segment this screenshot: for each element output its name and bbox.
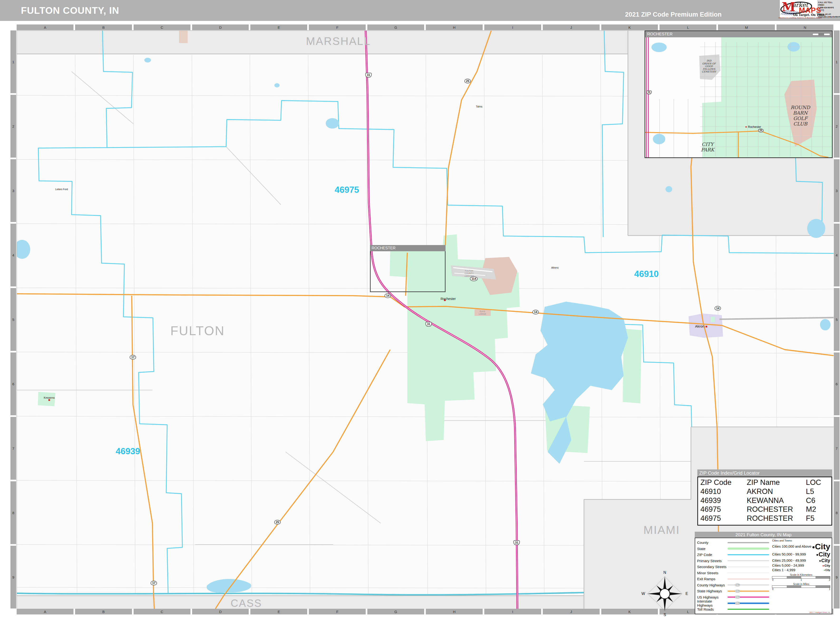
legend-cities-column: Cities and Towns Cities 100,000 and Abov… — [772, 538, 832, 614]
zip-table-cell: C6 — [806, 496, 829, 505]
city-sample: City — [819, 558, 830, 563]
city-sample: City — [823, 564, 830, 567]
legend-city-class: Cities 25,000 - 49,999City — [772, 558, 830, 563]
legend-title: 2021 Fulton County, IN Map — [695, 532, 832, 538]
legend-item-interstate: Interstate Highways123 — [697, 600, 772, 606]
grid-cell-label: B — [75, 24, 132, 30]
legend-item-zip: ZIP Code — [697, 552, 772, 558]
legend-line-sample-icon — [727, 606, 769, 612]
legend-city-class: Cities 1 - 4,999City — [772, 568, 830, 572]
compass-star-icon — [646, 575, 683, 612]
grid-cell-label: M — [718, 24, 775, 30]
city-sample: City — [812, 542, 830, 551]
legend-line-sample-icon — [727, 564, 769, 570]
zip-table-cell: ROCHESTER — [747, 505, 806, 514]
grid-cell-label: 3 — [834, 159, 840, 222]
legend-line-sample-icon: 123 — [727, 594, 769, 600]
scale-tick: 0 — [772, 579, 773, 581]
legend-item-label: ZIP Code — [697, 553, 727, 557]
marketmaps-logo: M arket MAPS On Target. On Time. America… — [780, 0, 840, 18]
zip-table-header-cell: ZIP Code — [700, 478, 747, 487]
logo-art: M arket MAPS On Target. On Time. America… — [780, 0, 817, 18]
legend-city-class: Cities 5,000 - 24,999City — [772, 563, 830, 567]
zip-table-cell: 46975 — [700, 505, 747, 514]
grid-cell-label: 8 — [834, 481, 840, 544]
grid-cell-label: J — [543, 24, 600, 30]
legend-item-ramps: Exit Ramps — [697, 576, 772, 582]
legend-city-class: Cities 50,000 - 99,999City — [772, 551, 830, 557]
grid-cell-label: 7 — [834, 417, 840, 480]
grid-cell-label: 4 — [10, 224, 16, 287]
grid-numbers-right: 123456789 — [834, 30, 840, 609]
grid-cell-label: 9 — [10, 546, 16, 609]
logo-tagline: On Target. On Time. — [793, 13, 826, 16]
city-class-label: Cities 25,000 - 49,999 — [772, 559, 806, 562]
legend-item-label: US Highways — [697, 595, 727, 599]
legend-line-sample-icon: 123 — [727, 582, 769, 588]
zip-table-cell: ROCHESTER — [747, 514, 806, 523]
grid-cell-label: I — [484, 24, 541, 30]
map-page: FULTON COUNTY, IN 2021 ZIP Code Premium … — [0, 0, 840, 618]
legend-item-state_hwy: State Highways123 — [697, 588, 772, 594]
legend-item-state: State — [697, 546, 772, 552]
grid-cell-label: 9 — [834, 546, 840, 609]
header-bar: FULTON COUNTY, IN 2021 ZIP Code Premium … — [0, 0, 840, 21]
grid-cell-label: F — [309, 609, 366, 614]
scale-tick: 1 — [829, 588, 830, 590]
grid-cell-label: D — [192, 609, 249, 614]
zip-table-row: 46975ROCHESTERF5 — [700, 514, 829, 523]
grid-cell-label: E — [250, 24, 307, 30]
grid-cell-label: F — [309, 24, 366, 30]
logo-subtitle: America's Leading Source of Business Map… — [778, 16, 819, 19]
city-sample: City — [824, 569, 830, 571]
legend-line-sample-icon — [727, 539, 769, 546]
grid-cell-label: H — [426, 24, 483, 30]
compass-north-label: N — [663, 570, 666, 575]
grid-cell-label: G — [367, 609, 424, 614]
cities-header: Cities and Towns — [772, 539, 830, 542]
zip-table-header-row: ZIP CodeZIP NameLOC — [700, 478, 829, 487]
zip-table-header-cell: ZIP Name — [747, 478, 806, 487]
zip-table-cell: KEWANNA — [747, 496, 806, 505]
grid-cell-label: H — [426, 609, 483, 614]
grid-numbers-left: 123456789 — [10, 30, 16, 609]
grid-cell-label: G — [367, 24, 424, 30]
zip-table-cell: AKRON — [747, 487, 806, 496]
grid-cell-label: 5 — [834, 288, 840, 351]
scale-tick: 1 — [801, 579, 802, 581]
legend-item-secondary: Secondary Streets — [697, 564, 772, 570]
rochester-inset-link-box — [370, 245, 446, 292]
logo-contact-call: CALL US TOLL FREE!1-888-434-MAPS (6277) — [818, 1, 839, 12]
grid-cell-label: 7 — [10, 417, 16, 480]
rochester-inset-map: ROCHESTER — [645, 30, 833, 158]
zip-table-row: 46975ROCHESTERM2 — [700, 505, 829, 514]
highway-badge-sample: 123 — [735, 602, 740, 605]
grid-cell-label: A — [16, 24, 73, 30]
city-class-label: Cities 1 - 4,999 — [772, 568, 795, 572]
grid-cell-label: 2 — [10, 95, 16, 157]
grid-cell-label: J — [543, 609, 600, 614]
scale-tick: 0 — [772, 588, 773, 590]
grid-cell-label: 6 — [10, 352, 16, 415]
legend-item-minor: Minor Streets — [697, 570, 772, 576]
highway-badge-sample: 123 — [735, 584, 740, 586]
scale-miles: Scale in Miles 01 — [772, 582, 830, 590]
legend-item-label: Minor Streets — [697, 571, 727, 575]
scale-kilometers: Scale in Kilometers 012 — [772, 573, 830, 581]
legend: 2021 Fulton County, IN Map CountyStateZI… — [695, 532, 832, 614]
grid-cell-label: C — [134, 609, 190, 614]
legend-item-label: State Highways — [697, 589, 727, 593]
legend-item-county_hwy: County Highways123 — [697, 582, 772, 588]
city-sample: City — [816, 551, 830, 557]
compass-west-label: W — [641, 591, 645, 596]
legend-item-label: Exit Ramps — [697, 577, 727, 581]
legend-line-sample-icon — [727, 552, 769, 558]
legend-item-toll: Toll Roads — [697, 606, 772, 612]
zip-table-cell: M2 — [806, 505, 829, 514]
legend-line-sample-icon: 123 — [727, 600, 769, 606]
grid-cell-label: 6 — [834, 352, 840, 415]
grid-cell-label: D — [192, 24, 249, 30]
page-title: FULTON COUNTY, IN — [21, 5, 119, 16]
zip-table-title: ZIP Code Index/Grid Locator — [697, 469, 832, 477]
legend-city-class: Cities 100,000 and AboveCity — [772, 542, 830, 551]
